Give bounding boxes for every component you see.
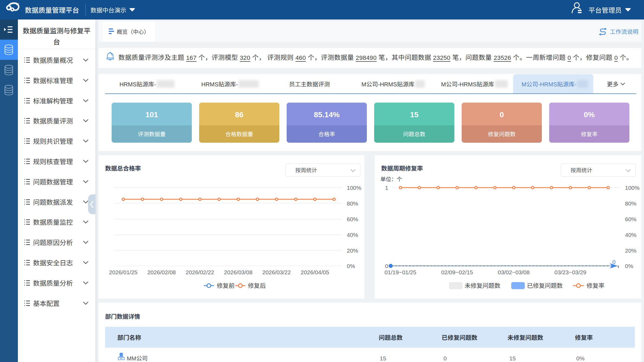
svg-text:已修复问题数: 已修复问题数 [527, 281, 563, 289]
svg-text:100%: 100% [347, 183, 361, 191]
svg-text:20%: 20% [625, 246, 636, 254]
svg-text:单位：个: 单位：个 [380, 175, 402, 183]
svg-text:未修复问题数: 未修复问题数 [465, 281, 500, 289]
svg-text:修复率: 修复率 [587, 281, 604, 289]
svg-text:40%: 40% [347, 230, 358, 239]
svg-text:0%: 0% [625, 262, 633, 270]
svg-text:2026/04/05: 2026/04/05 [301, 268, 329, 276]
svg-text:60%: 60% [625, 215, 636, 223]
svg-text:2026/03/08: 2026/03/08 [224, 268, 253, 276]
svg-text:80%: 80% [625, 199, 636, 207]
svg-text:03/23~03/29: 03/23~03/29 [555, 268, 586, 276]
svg-text:20%: 20% [347, 246, 358, 254]
svg-text:2026/03/22: 2026/03/22 [262, 268, 291, 276]
svg-text:修复后: 修复后 [248, 281, 266, 289]
svg-text:80%: 80% [347, 199, 358, 207]
svg-text:0%: 0% [347, 262, 355, 270]
svg-text:2026/02/08: 2026/02/08 [147, 268, 176, 276]
svg-text:100%: 100% [625, 183, 640, 191]
svg-text:2026/01/25: 2026/01/25 [109, 268, 137, 276]
svg-text:1: 1 [385, 183, 388, 191]
svg-text:60%: 60% [347, 215, 358, 223]
svg-text:2026/02/22: 2026/02/22 [186, 268, 214, 276]
svg-text:0: 0 [612, 257, 616, 266]
svg-text:40%: 40% [625, 230, 636, 239]
svg-text:03/02~03/08: 03/02~03/08 [498, 268, 530, 276]
svg-text:修复前: 修复前 [217, 281, 235, 289]
svg-text:02/09~02/15: 02/09~02/15 [441, 268, 473, 276]
svg-text:01/19~01/25: 01/19~01/25 [384, 268, 416, 276]
